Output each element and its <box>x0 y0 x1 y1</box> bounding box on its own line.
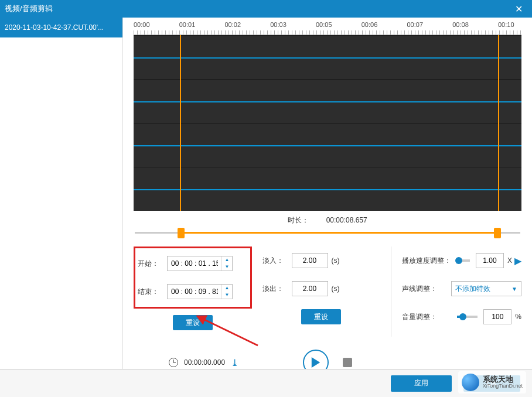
spin-down-icon[interactable]: ▼ <box>222 292 232 299</box>
duration-row: 时长： 00:00:08.657 <box>134 211 521 228</box>
volume-slider[interactable] <box>457 316 478 318</box>
ruler-ticks <box>134 30 521 35</box>
trim-seekbar[interactable] <box>135 228 520 238</box>
fadein-input[interactable] <box>292 253 328 268</box>
ruler-tick: 00:10 <box>498 21 521 30</box>
speed-slider[interactable] <box>457 259 470 262</box>
trim-marker-end[interactable] <box>498 35 499 211</box>
seconds-unit: (s) <box>332 285 340 293</box>
watermark: 系统天地 XiTongTianDi.net <box>458 371 526 393</box>
annotation-highlight: 开始： ▲▼ 结束： ▲▼ <box>134 247 252 309</box>
fadeout-label: 淡出： <box>262 284 292 294</box>
file-item[interactable]: 2020-11-03-10-42-37.CUT.00'... <box>0 18 122 37</box>
spin-up-icon[interactable]: ▲ <box>222 256 232 263</box>
ruler-tick: 00:06 <box>362 21 385 30</box>
speed-unit: X <box>507 256 512 265</box>
ruler-tick: 00:01 <box>179 21 203 30</box>
voice-value: 不添加特效 <box>455 284 490 294</box>
volume-label: 音量调整： <box>402 312 451 322</box>
reset-fade-button[interactable]: 重设 <box>301 309 341 324</box>
duration-value: 00:00:08.657 <box>326 216 367 224</box>
fadeout-input[interactable] <box>292 281 328 296</box>
ruler-tick: 00:03 <box>270 21 294 30</box>
start-time-input[interactable]: ▲▼ <box>167 256 233 271</box>
fadein-label: 淡入： <box>262 256 292 266</box>
volume-input[interactable] <box>483 309 511 324</box>
chevron-down-icon: ▼ <box>511 286 517 292</box>
end-time-field[interactable] <box>168 288 221 296</box>
waveform[interactable] <box>134 35 521 211</box>
preview-speed-icon[interactable]: ▶ <box>514 255 521 266</box>
window-title: 视频/音频剪辑 <box>5 4 510 14</box>
globe-icon <box>462 374 479 391</box>
ruler-tick: 00:02 <box>225 21 248 30</box>
editor-area: 00:00 00:01 00:02 00:03 00:05 00:06 00:0… <box>123 18 532 369</box>
trim-marker-start[interactable] <box>180 35 181 211</box>
voice-dropdown[interactable]: 不添加特效 ▼ <box>451 281 521 296</box>
start-time-field[interactable] <box>168 259 221 268</box>
time-ruler: 00:00 00:01 00:02 00:03 00:05 00:06 00:0… <box>134 18 521 30</box>
voice-label: 声线调整： <box>402 284 451 294</box>
reset-time-button[interactable]: 重设 <box>173 315 213 330</box>
watermark-title: 系统天地 <box>483 375 523 384</box>
speed-label: 播放速度调整： <box>402 256 451 266</box>
watermark-url: XiTongTianDi.net <box>483 384 523 389</box>
titlebar: 视频/音频剪辑 ✕ <box>0 0 532 18</box>
volume-unit: % <box>515 313 521 321</box>
spin-down-icon[interactable]: ▼ <box>222 263 232 271</box>
ruler-tick: 00:07 <box>407 21 431 30</box>
end-label: 结束： <box>138 287 167 297</box>
file-sidebar: 2020-11-03-10-42-37.CUT.00'... <box>0 18 123 369</box>
spin-up-icon[interactable]: ▲ <box>222 285 232 292</box>
seconds-unit: (s) <box>332 256 340 265</box>
svg-marker-0 <box>312 357 320 368</box>
stop-button[interactable] <box>343 358 352 367</box>
trim-handle-start[interactable] <box>178 228 185 238</box>
ruler-tick: 00:08 <box>452 21 476 30</box>
ruler-tick: 00:05 <box>316 21 339 30</box>
close-icon[interactable]: ✕ <box>510 4 527 15</box>
apply-button[interactable]: 应用 <box>391 375 452 392</box>
footer: 应用 OK <box>0 369 532 397</box>
speed-input[interactable] <box>476 253 504 268</box>
clock-icon <box>169 358 178 367</box>
transport-time: 00:00:00.000 <box>184 358 225 367</box>
duration-label: 时长： <box>288 216 309 224</box>
trim-handle-end[interactable] <box>494 228 501 238</box>
end-time-input[interactable]: ▲▼ <box>167 284 233 299</box>
start-label: 开始： <box>138 259 167 269</box>
ruler-tick: 00:00 <box>134 21 157 30</box>
snapshot-icon[interactable]: ⤓ <box>231 357 238 368</box>
